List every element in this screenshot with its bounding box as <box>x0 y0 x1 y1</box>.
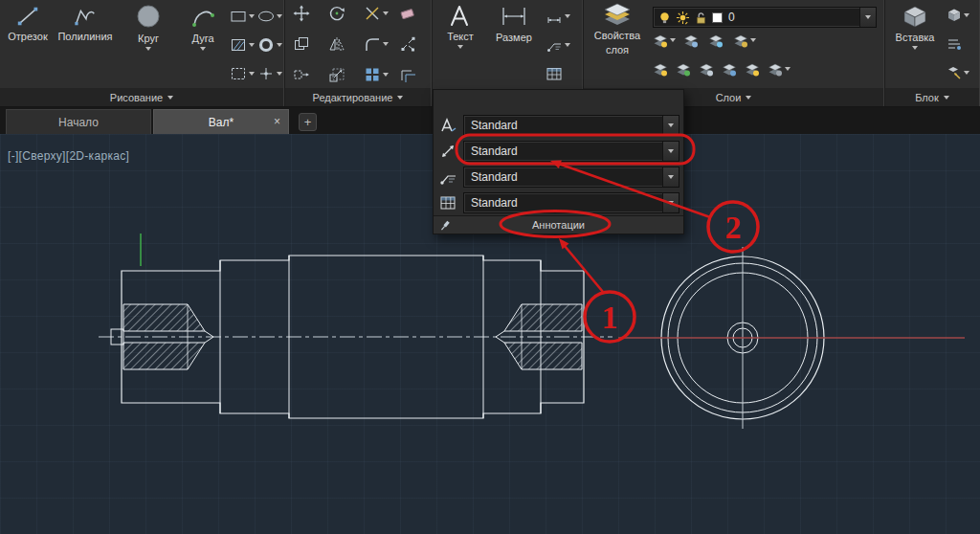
stretch-tool[interactable] <box>293 66 310 83</box>
layer-lock-icon <box>694 11 708 25</box>
layer-previous-tool[interactable] <box>699 61 714 77</box>
hatch-tool[interactable] <box>230 36 255 54</box>
panel-label-modify[interactable]: Редактирование <box>285 88 431 106</box>
leader-caret-icon[interactable] <box>565 43 570 47</box>
layer-off-tool[interactable] <box>653 33 676 48</box>
point-caret-icon[interactable] <box>277 72 282 76</box>
layer-combo-dropdown[interactable] <box>859 8 876 27</box>
autocad-window: [-][Сверху][2D-каркас] <box>0 0 980 534</box>
table-style-dropdown[interactable] <box>662 193 679 212</box>
ellipse-icon <box>257 8 275 25</box>
leader-tool[interactable] <box>546 36 570 54</box>
donut-caret-icon[interactable] <box>277 43 282 47</box>
multileader-style-icon <box>438 167 457 187</box>
polyline-button[interactable]: Полилиния <box>54 4 117 42</box>
boundary-tool[interactable] <box>230 65 255 82</box>
viewport-controls[interactable]: [-][Сверху][2D-каркас] <box>8 149 129 163</box>
scale-tool[interactable] <box>328 66 345 83</box>
arc-button[interactable]: Дуга <box>180 4 226 51</box>
ribbon-panel-block: Вставка Блок <box>885 0 980 106</box>
multileader-style-dropdown[interactable] <box>662 167 679 187</box>
hatch-caret-icon[interactable] <box>249 43 255 47</box>
arc-dropdown-caret-icon[interactable] <box>200 47 206 51</box>
layer-freeze-tool[interactable] <box>708 33 724 48</box>
line-button-label: Отрезок <box>8 32 47 42</box>
panel-label-block[interactable]: Блок <box>885 88 979 106</box>
table-style-combo[interactable]: Standard <box>463 192 679 213</box>
ellipse-caret-icon[interactable] <box>277 14 282 18</box>
trim-tool[interactable] <box>364 5 389 22</box>
layers-panel-expand-icon <box>746 96 751 100</box>
tab-start[interactable]: Начало <box>6 109 151 134</box>
mirror-tool[interactable] <box>328 35 345 53</box>
move-icon <box>293 5 310 22</box>
tab-drawing-val[interactable]: Вал* × <box>153 109 289 134</box>
boundary-caret-icon[interactable] <box>249 72 255 76</box>
layer-unisolate-tool[interactable] <box>676 61 691 77</box>
dimension-button[interactable]: Размер <box>488 5 540 43</box>
circle-dropdown-caret-icon[interactable] <box>145 47 151 51</box>
close-tab-icon[interactable]: × <box>274 116 280 127</box>
attributes-tool[interactable] <box>947 36 962 52</box>
new-tab-button[interactable]: + <box>299 113 317 131</box>
layer-lock-tool[interactable] <box>733 33 756 48</box>
move-tool[interactable] <box>293 5 310 22</box>
circle-button[interactable]: Круг <box>122 4 174 51</box>
rotate-tool[interactable] <box>328 5 345 22</box>
ellipse-tool[interactable] <box>257 8 282 25</box>
array-tool[interactable] <box>364 66 389 83</box>
create-block-tool[interactable] <box>947 8 969 23</box>
create-block-caret-icon[interactable] <box>964 13 969 17</box>
layer-match-tool[interactable] <box>653 61 668 77</box>
array-caret-icon[interactable] <box>383 73 389 77</box>
multileader-style-combo[interactable]: Standard <box>463 167 679 188</box>
layer-walk-tool[interactable] <box>722 61 737 77</box>
draw-panel-expand-icon <box>167 96 173 100</box>
layer-properties-button[interactable]: Свойства слоя <box>590 2 645 56</box>
rectangle-caret-icon[interactable] <box>249 14 255 18</box>
explode-icon <box>399 35 416 53</box>
explode-tool[interactable] <box>399 35 416 53</box>
block-editor-caret-icon[interactable] <box>964 71 969 75</box>
text-dropdown-caret-icon[interactable] <box>457 45 463 49</box>
dimension-icon <box>500 5 528 30</box>
quick-dimension-tool[interactable] <box>546 8 570 25</box>
trim-caret-icon[interactable] <box>383 11 389 15</box>
layer-on-all-tool[interactable] <box>745 61 760 77</box>
offset-icon <box>399 66 416 83</box>
insert-dropdown-caret-icon[interactable] <box>912 46 918 50</box>
text-style-combo[interactable]: Standard <box>463 115 679 136</box>
block-editor-tool[interactable] <box>947 65 969 80</box>
layer-on-all-icon <box>745 61 760 77</box>
layer-thaw-caret-icon[interactable] <box>785 67 791 71</box>
point-tool[interactable] <box>257 65 282 82</box>
fillet-caret-icon[interactable] <box>383 42 389 46</box>
copy-tool[interactable] <box>293 35 310 53</box>
layer-thaw-tool[interactable] <box>768 61 791 77</box>
layer-off-caret-icon[interactable] <box>670 38 676 42</box>
text-button[interactable]: Текст <box>438 2 482 49</box>
offset-tool[interactable] <box>399 66 416 83</box>
table-tool[interactable] <box>546 65 563 82</box>
text-style-dropdown[interactable] <box>662 116 679 135</box>
rectangle-tool[interactable] <box>230 8 255 25</box>
tab-start-label: Начало <box>58 116 99 129</box>
layer-select-combo[interactable]: 0 <box>653 7 877 28</box>
line-button[interactable]: Отрезок <box>2 4 54 42</box>
dimension-style-combo[interactable]: Standard <box>463 141 679 162</box>
arc-button-label: Дуга <box>191 33 213 44</box>
annotation-panel-title-bar[interactable]: Аннотации <box>434 215 683 234</box>
donut-tool[interactable] <box>257 36 282 54</box>
panel-label-draw[interactable]: Рисование <box>0 88 283 106</box>
insert-button[interactable]: Вставка <box>889 4 941 50</box>
layer-lock-caret-icon[interactable] <box>750 38 756 42</box>
layer-combo-caret-icon <box>865 15 871 19</box>
quick-dimension-icon <box>546 8 563 25</box>
dimension-style-dropdown[interactable] <box>662 142 679 161</box>
fillet-tool[interactable] <box>364 35 389 53</box>
rectangle-icon <box>230 8 247 25</box>
quick-dimension-caret-icon[interactable] <box>565 14 570 18</box>
layer-isolate-tool[interactable] <box>683 33 699 48</box>
layers-panel-title: Слои <box>716 92 742 103</box>
erase-tool[interactable] <box>399 5 416 22</box>
